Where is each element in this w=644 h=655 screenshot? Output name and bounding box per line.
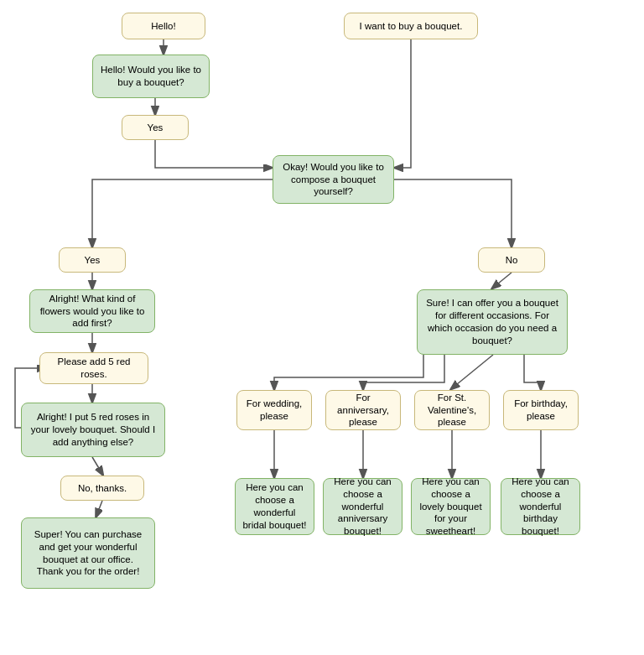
node-anniversary-result: Here you can choose a wonderful annivers… — [323, 478, 402, 535]
node-purchase: Super! You can purchase and get your won… — [21, 517, 155, 589]
node-birthday-result: Here you can choose a wonderful birthday… — [501, 478, 580, 535]
svg-line-7 — [96, 501, 102, 516]
node-put-roses: Alright! I put 5 red roses in your lovel… — [21, 403, 165, 457]
node-hello-question: Hello! Would you like to buy a bouquet? — [92, 55, 210, 98]
node-valentine-input: For St. Valentine's, please — [414, 390, 490, 430]
node-yes-2: Yes — [59, 247, 126, 273]
node-wedding-input: For wedding, please — [236, 390, 312, 430]
node-wedding-result: Here you can choose a wonderful bridal b… — [235, 478, 314, 535]
node-valentine-result: Here you can choose a lovely bouquet for… — [411, 478, 491, 535]
node-birthday-input: For birthday, please — [503, 390, 579, 430]
node-compose-question: Okay! Would you like to compose a bouque… — [273, 155, 394, 204]
node-hello-input: Hello! — [122, 13, 205, 39]
node-no-1: No — [478, 247, 545, 273]
node-sure-offer: Sure! I can offer you a bouquet for diff… — [417, 289, 568, 355]
flowchart-diagram: Hello! Hello! Would you like to buy a bo… — [0, 0, 644, 655]
node-what-flowers: Alright! What kind of flowers would you … — [29, 289, 155, 333]
node-yes-1: Yes — [122, 115, 189, 140]
node-please-add: Please add 5 red roses. — [39, 352, 148, 384]
node-no-thanks: No, thanks. — [60, 476, 144, 501]
node-anniversary-input: For anniversary, please — [325, 390, 401, 430]
svg-line-8 — [493, 273, 512, 288]
node-i-want: I want to buy a bouquet. — [344, 13, 478, 39]
svg-line-6 — [92, 457, 102, 474]
